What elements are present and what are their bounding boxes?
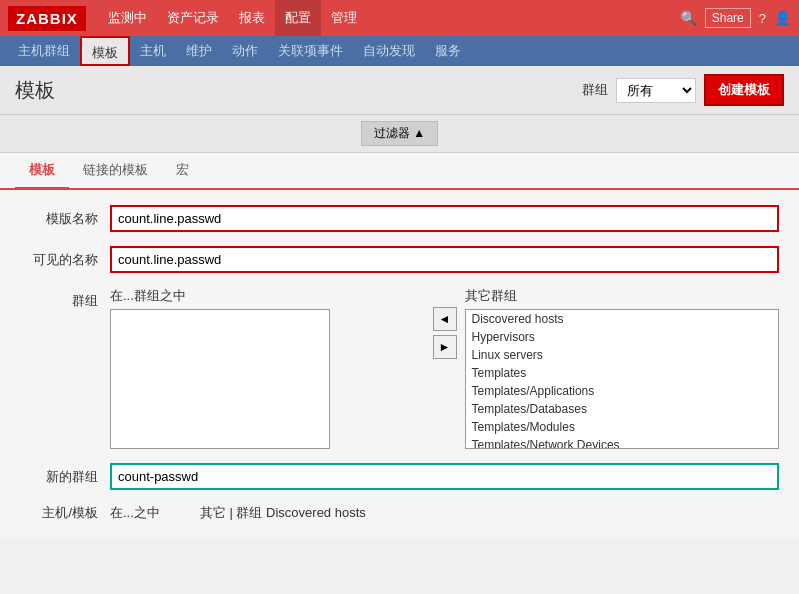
filter-bar: 过滤器 ▲ bbox=[0, 115, 799, 153]
nav-config[interactable]: 配置 bbox=[275, 0, 321, 36]
subnav-actions[interactable]: 动作 bbox=[222, 36, 268, 66]
template-name-row: 模版名称 bbox=[20, 205, 779, 232]
other-groups-listbox[interactable]: Discovered hostsHypervisorsLinux servers… bbox=[465, 309, 780, 449]
host-in-text: 在...之中 bbox=[110, 504, 160, 522]
subnav-templates[interactable]: 模板 bbox=[80, 36, 130, 66]
tabs-bar: 模板 链接的模板 宏 bbox=[0, 153, 799, 190]
new-group-input[interactable] bbox=[110, 463, 779, 490]
groups-content: 在...群组之中 ◄ ► 其它群组 Discovered hostsHyperv… bbox=[110, 287, 779, 449]
nav-assets[interactable]: 资产记录 bbox=[157, 0, 229, 36]
search-icon[interactable]: 🔍 bbox=[680, 10, 697, 26]
in-groups-listbox[interactable] bbox=[110, 309, 330, 449]
list-item[interactable]: Discovered hosts bbox=[466, 310, 779, 328]
subnav-hosts[interactable]: 主机 bbox=[130, 36, 176, 66]
subnav-correlation[interactable]: 关联项事件 bbox=[268, 36, 353, 66]
template-name-input[interactable] bbox=[110, 205, 779, 232]
move-left-button[interactable]: ◄ bbox=[433, 307, 457, 331]
share-button[interactable]: Share bbox=[705, 8, 751, 28]
subnav-services[interactable]: 服务 bbox=[425, 36, 471, 66]
list-item[interactable]: Templates/Applications bbox=[466, 382, 779, 400]
list-item[interactable]: Linux servers bbox=[466, 346, 779, 364]
discovered-hosts-text: Discovered hosts bbox=[266, 505, 366, 520]
tab-macros[interactable]: 宏 bbox=[162, 153, 203, 190]
other-groups-title: 其它群组 bbox=[465, 287, 780, 305]
help-button[interactable]: ? bbox=[759, 11, 766, 26]
visible-name-field bbox=[110, 246, 779, 273]
list-item[interactable]: Templates/Databases bbox=[466, 400, 779, 418]
create-template-button[interactable]: 创建模板 bbox=[704, 74, 784, 106]
filter-toggle-button[interactable]: 过滤器 ▲ bbox=[361, 121, 438, 146]
page-header-right: 群组 所有 创建模板 bbox=[582, 74, 784, 106]
visible-name-input[interactable] bbox=[110, 246, 779, 273]
page-title: 模板 bbox=[15, 77, 55, 104]
visible-name-label: 可见的名称 bbox=[20, 246, 110, 269]
group-filter-select[interactable]: 所有 bbox=[616, 78, 696, 103]
new-group-row: 新的群组 bbox=[20, 463, 779, 490]
user-button[interactable]: 👤 bbox=[774, 10, 791, 26]
host-other-text: 其它 | 群组 Discovered hosts bbox=[200, 504, 366, 522]
list-item[interactable]: Templates/Modules bbox=[466, 418, 779, 436]
list-item[interactable]: Templates bbox=[466, 364, 779, 382]
other-groups-text: 其它 | 群组 bbox=[200, 505, 263, 520]
subnav-maintenance[interactable]: 维护 bbox=[176, 36, 222, 66]
move-right-button[interactable]: ► bbox=[433, 335, 457, 359]
zabbix-logo: ZABBIX bbox=[8, 6, 86, 31]
in-groups-title: 在...群组之中 bbox=[110, 287, 425, 305]
nav-admin[interactable]: 管理 bbox=[321, 0, 367, 36]
groups-arrows: ◄ ► bbox=[433, 287, 457, 359]
list-item[interactable]: Templates/Network Devices bbox=[466, 436, 779, 449]
main-content: 模版名称 可见的名称 群组 在...群组之中 ◄ ► 其它群组 bbox=[0, 190, 799, 537]
list-item[interactable]: Hypervisors bbox=[466, 328, 779, 346]
nav-reports[interactable]: 报表 bbox=[229, 0, 275, 36]
template-name-label: 模版名称 bbox=[20, 205, 110, 228]
host-template-row: 主机/模板 在...之中 其它 | 群组 Discovered hosts bbox=[20, 504, 779, 522]
group-filter-label: 群组 bbox=[582, 81, 608, 99]
tab-template[interactable]: 模板 bbox=[15, 153, 69, 190]
new-group-label: 新的群组 bbox=[20, 468, 110, 486]
subnav-discovery[interactable]: 自动发现 bbox=[353, 36, 425, 66]
other-groups-section: 其它群组 Discovered hostsHypervisorsLinux se… bbox=[465, 287, 780, 449]
in-groups-section: 在...群组之中 bbox=[110, 287, 425, 449]
nav-monitor[interactable]: 监测中 bbox=[98, 0, 157, 36]
groups-row: 群组 在...群组之中 ◄ ► 其它群组 Discovered hostsHyp… bbox=[20, 287, 779, 449]
top-nav-right: 🔍 Share ? 👤 bbox=[680, 8, 791, 28]
template-name-field bbox=[110, 205, 779, 232]
host-template-label: 主机/模板 bbox=[20, 504, 110, 522]
top-navbar: ZABBIX 监测中 资产记录 报表 配置 管理 🔍 Share ? 👤 bbox=[0, 0, 799, 36]
visible-name-row: 可见的名称 bbox=[20, 246, 779, 273]
page-header: 模板 群组 所有 创建模板 bbox=[0, 66, 799, 115]
tab-linked-templates[interactable]: 链接的模板 bbox=[69, 153, 162, 190]
sub-navbar: 主机群组 模板 主机 维护 动作 关联项事件 自动发现 服务 bbox=[0, 36, 799, 66]
groups-label: 群组 bbox=[20, 287, 110, 310]
subnav-host-groups[interactable]: 主机群组 bbox=[8, 36, 80, 66]
